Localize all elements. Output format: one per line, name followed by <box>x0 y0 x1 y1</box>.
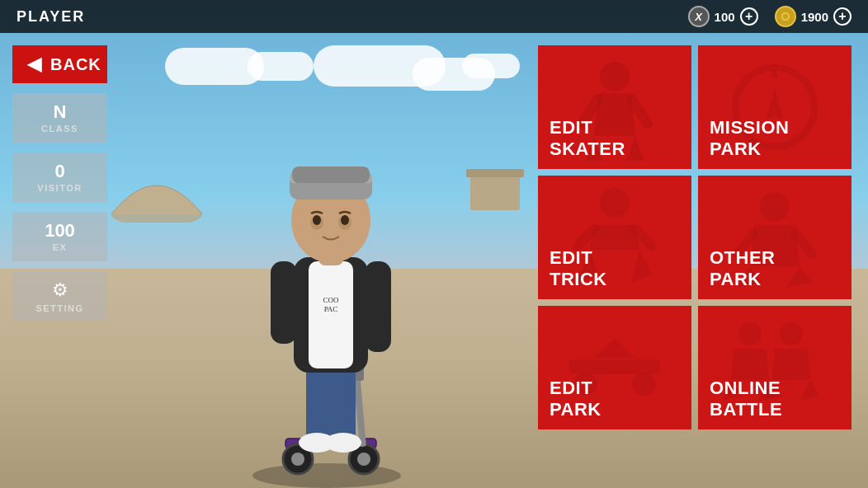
class-label: CLASS <box>41 124 78 134</box>
svg-rect-41 <box>569 359 660 374</box>
class-stat-box: N CLASS <box>12 93 107 143</box>
visitor-stat-box: 0 VISITOR <box>12 152 107 202</box>
x-icon: X <box>688 6 710 27</box>
svg-rect-17 <box>331 364 356 443</box>
edit-park-label: EDIT PARK <box>550 378 601 420</box>
svg-point-37 <box>341 215 349 225</box>
left-panel: ◀ BACK N CLASS 0 VISITOR 100 EX ⚙ SETTIN… <box>0 33 120 488</box>
edit-skater-label: EDIT SKATER <box>550 117 625 159</box>
coin-amount: 1900 <box>801 10 828 24</box>
setting-label: SETTING <box>35 303 83 313</box>
ex-stat-box: 100 EX <box>12 212 107 261</box>
svg-point-5 <box>252 463 401 488</box>
mission-park-label: MISSION PARK <box>710 117 789 159</box>
back-arrow-icon: ◀ <box>27 54 42 75</box>
page-title: PLAYER <box>17 8 85 26</box>
back-button[interactable]: ◀ BACK <box>12 45 107 83</box>
class-value: N <box>54 103 67 121</box>
svg-point-36 <box>313 215 321 225</box>
svg-point-43 <box>632 373 655 396</box>
x-amount: 100 <box>715 10 735 24</box>
online-battle-button[interactable]: ONLINE BATTLE <box>698 306 851 429</box>
svg-text:PAC: PAC <box>324 305 338 313</box>
svg-text:COO: COO <box>323 296 339 304</box>
edit-skater-button[interactable]: EDIT SKATER <box>538 45 691 169</box>
x-add-button[interactable]: + <box>740 7 758 26</box>
ex-label: EX <box>53 242 68 252</box>
coin-currency: 1900 + <box>775 6 851 27</box>
svg-point-4 <box>783 14 788 19</box>
header: PLAYER X 100 + 1900 + <box>0 0 868 33</box>
back-label: BACK <box>50 55 101 74</box>
coin-icon <box>775 6 796 27</box>
svg-point-8 <box>291 453 304 466</box>
mission-park-button[interactable]: MISSION PARK <box>698 45 851 169</box>
edit-trick-button[interactable]: EDIT TRICK <box>538 176 691 299</box>
other-park-button[interactable]: OTHER PARK <box>698 176 851 299</box>
svg-rect-26 <box>271 261 297 344</box>
visitor-label: VISITOR <box>37 183 82 193</box>
ex-value: 100 <box>45 222 75 240</box>
character-area: COO PAC <box>124 33 530 488</box>
coin-add-button[interactable]: + <box>833 7 851 26</box>
character-figure: COO PAC <box>195 84 459 488</box>
other-park-label: OTHER PARK <box>710 247 776 289</box>
edit-park-button[interactable]: EDIT PARK <box>538 306 691 429</box>
x-currency: X 100 + <box>688 6 758 27</box>
svg-rect-23 <box>309 261 353 368</box>
svg-rect-21 <box>328 437 360 448</box>
svg-rect-16 <box>306 364 331 443</box>
online-battle-label: ONLINE BATTLE <box>710 378 782 420</box>
visitor-value: 0 <box>54 162 64 181</box>
setting-button[interactable]: ⚙ SETTING <box>12 271 107 321</box>
svg-rect-33 <box>292 167 370 183</box>
header-currencies: X 100 + 1900 + <box>688 6 851 27</box>
svg-point-10 <box>357 453 370 466</box>
gear-icon: ⚙ <box>52 279 68 301</box>
svg-rect-27 <box>365 261 391 352</box>
edit-trick-label: EDIT TRICK <box>550 247 607 289</box>
menu-grid: EDIT SKATER MISSION PARK <box>538 45 851 429</box>
